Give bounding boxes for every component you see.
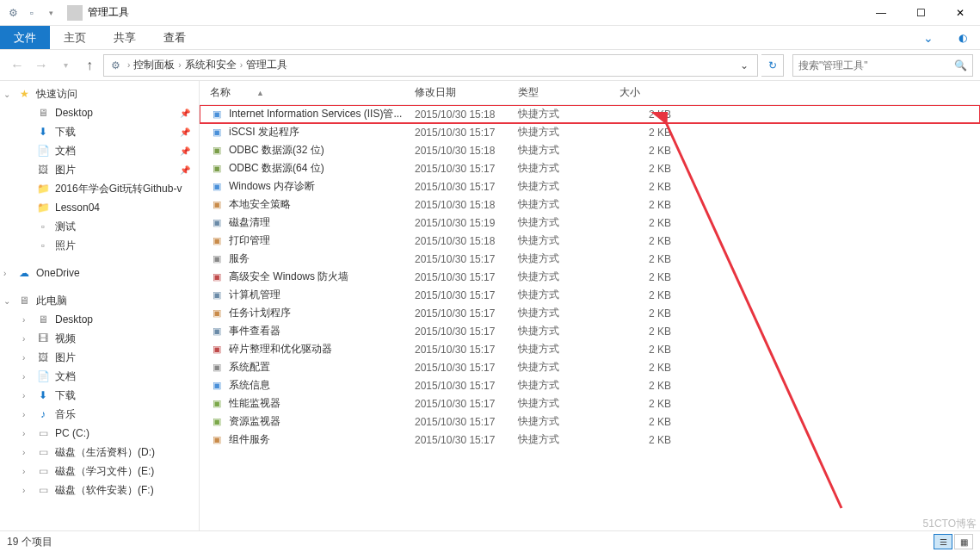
sidebar-item[interactable]: 🖼 图片📌 <box>0 160 199 179</box>
file-row[interactable]: ▣碎片整理和优化驱动器 2015/10/30 15:17 快捷方式 2 KB <box>200 340 980 358</box>
details-view-button[interactable]: ☰ <box>934 534 952 549</box>
file-row[interactable]: ▣打印管理 2015/10/30 15:18 快捷方式 2 KB <box>200 232 980 250</box>
ribbon: 文件 主页 共享 查看 ⌄ ◐ <box>0 26 980 50</box>
search-input[interactable] <box>798 59 954 71</box>
file-row[interactable]: ▣本地安全策略 2015/10/30 15:18 快捷方式 2 KB <box>200 195 980 214</box>
chevron-right-icon[interactable]: › <box>22 467 25 476</box>
sidebar-item[interactable]: › 🎞 视频 <box>0 329 199 348</box>
sidebar-item[interactable]: › 🖥 Desktop <box>0 310 199 329</box>
file-row[interactable]: ▣Internet Information Services (IIS)管...… <box>200 105 980 123</box>
thumbnails-view-button[interactable]: ▦ <box>954 534 973 549</box>
sidebar-item[interactable]: › ▭ 磁盘（学习文件）(E:) <box>0 462 199 481</box>
chevron-right-icon[interactable]: › <box>22 486 25 495</box>
file-size: 2 KB <box>619 199 697 211</box>
file-row[interactable]: ▣iSCSI 发起程序 2015/10/30 15:17 快捷方式 2 KB <box>200 123 980 141</box>
column-size[interactable]: 大小 <box>619 85 697 100</box>
sidebar-item[interactable]: ▫ 照片 <box>0 236 199 255</box>
help-icon[interactable]: ◐ <box>946 26 980 49</box>
refresh-button[interactable]: ↻ <box>761 54 784 77</box>
file-name: 事件查看器 <box>229 324 280 338</box>
qat-dropdown-icon[interactable]: ▾ <box>43 5 59 21</box>
properties-icon[interactable]: ⚙ <box>5 5 21 21</box>
chevron-right-icon[interactable]: › <box>22 429 25 438</box>
sidebar-item[interactable]: 📄 文档📌 <box>0 141 199 160</box>
back-button[interactable]: ← <box>7 55 28 76</box>
sidebar-item[interactable]: › 🖼 图片 <box>0 348 199 367</box>
view-tab[interactable]: 查看 <box>150 26 200 49</box>
chevron-down-icon[interactable]: ⌄ <box>3 90 10 99</box>
file-row[interactable]: ▣系统配置 2015/10/30 15:17 快捷方式 2 KB <box>200 358 980 376</box>
file-row[interactable]: ▣高级安全 Windows 防火墙 2015/10/30 15:17 快捷方式 … <box>200 268 980 286</box>
sidebar-item[interactable]: 📁 Lesson04 <box>0 198 199 217</box>
maximize-button[interactable]: ☐ <box>901 0 940 26</box>
chevron-right-icon[interactable]: › <box>22 334 25 344</box>
file-row[interactable]: ▣组件服务 2015/10/30 15:17 快捷方式 2 KB <box>200 431 980 449</box>
chevron-right-icon[interactable]: › <box>22 448 25 457</box>
pc-icon: 🖥 <box>17 294 31 307</box>
file-type: 快捷方式 <box>518 378 619 393</box>
file-row[interactable]: ▣服务 2015/10/30 15:17 快捷方式 2 KB <box>200 250 980 268</box>
sidebar-item[interactable]: › ▭ PC (C:) <box>0 424 199 443</box>
onedrive[interactable]: › ☁ OneDrive <box>0 264 199 282</box>
sidebar-item[interactable]: › ▭ 磁盘（软件安装）(F:) <box>0 481 199 499</box>
breadcrumb-seg[interactable]: 管理工具 <box>246 58 287 72</box>
share-tab[interactable]: 共享 <box>100 26 150 49</box>
file-row[interactable]: ▣任务计划程序 2015/10/30 15:17 快捷方式 2 KB <box>200 304 980 322</box>
chevron-down-icon[interactable]: ⌄ <box>3 296 10 306</box>
file-row[interactable]: ▣Windows 内存诊断 2015/10/30 15:17 快捷方式 2 KB <box>200 177 980 195</box>
chevron-right-icon[interactable]: › <box>22 391 25 400</box>
column-name[interactable]: 名称▲ <box>200 85 415 100</box>
breadcrumb[interactable]: ⚙ › 控制面板 › 系统和安全 › 管理工具 ⌄ <box>103 54 758 77</box>
file-row[interactable]: ▣ODBC 数据源(32 位) 2015/10/30 15:18 快捷方式 2 … <box>200 141 980 159</box>
recent-dropdown-icon[interactable]: ▾ <box>55 55 76 76</box>
file-row[interactable]: ▣性能监视器 2015/10/30 15:17 快捷方式 2 KB <box>200 394 980 412</box>
file-row[interactable]: ▣事件查看器 2015/10/30 15:17 快捷方式 2 KB <box>200 322 980 340</box>
up-button[interactable]: ↑ <box>79 55 100 76</box>
column-date[interactable]: 修改日期 <box>415 85 518 100</box>
forward-button[interactable]: → <box>31 55 52 76</box>
chevron-right-icon[interactable]: › <box>22 410 25 419</box>
sidebar-item[interactable]: 📁 2016年学会Git玩转Github-v <box>0 179 199 198</box>
chevron-right-icon[interactable]: › <box>22 372 25 381</box>
chevron-right-icon[interactable]: › <box>22 353 25 363</box>
file-name: Internet Information Services (IIS)管... <box>229 107 402 121</box>
breadcrumb-seg[interactable]: 控制面板 <box>133 58 175 72</box>
breadcrumb-seg[interactable]: 系统和安全 <box>185 58 237 72</box>
chevron-right-icon[interactable]: › <box>22 315 25 325</box>
file-row[interactable]: ▣磁盘清理 2015/10/30 15:19 快捷方式 2 KB <box>200 214 980 232</box>
expand-ribbon-icon[interactable]: ⌄ <box>911 26 946 49</box>
sidebar-item[interactable]: ⬇ 下载📌 <box>0 122 199 141</box>
sidebar-item[interactable]: ▫ 测试 <box>0 217 199 236</box>
file-name: 计算机管理 <box>229 288 280 302</box>
navigation-pane[interactable]: ⌄ ★ 快速访问 🖥 Desktop📌 ⬇ 下载📌 📄 文档📌 🖼 图片📌 📁 … <box>0 81 200 530</box>
home-tab[interactable]: 主页 <box>50 26 100 49</box>
desktop-icon: 🖥 <box>36 313 50 326</box>
search-icon[interactable]: 🔍 <box>954 59 967 71</box>
file-type: 快捷方式 <box>518 306 619 320</box>
file-tab[interactable]: 文件 <box>0 26 50 49</box>
this-pc[interactable]: ⌄ 🖥 此电脑 <box>0 291 199 310</box>
sidebar-item[interactable]: › ▭ 磁盘（生活资料）(D:) <box>0 443 199 462</box>
sidebar-item[interactable]: › ⬇ 下载 <box>0 386 199 405</box>
quick-access[interactable]: ⌄ ★ 快速访问 <box>0 84 199 103</box>
search-box[interactable]: 🔍 <box>792 54 973 77</box>
chevron-right-icon: › <box>240 60 243 70</box>
sidebar-item[interactable]: › 📄 文档 <box>0 367 199 386</box>
chevron-right-icon[interactable]: › <box>3 269 6 278</box>
file-row[interactable]: ▣ODBC 数据源(64 位) 2015/10/30 15:17 快捷方式 2 … <box>200 159 980 177</box>
file-list[interactable]: ▣Internet Information Services (IIS)管...… <box>200 105 980 530</box>
file-name: 碎片整理和优化驱动器 <box>229 342 332 357</box>
file-row[interactable]: ▣系统信息 2015/10/30 15:17 快捷方式 2 KB <box>200 376 980 394</box>
file-row[interactable]: ▣计算机管理 2015/10/30 15:17 快捷方式 2 KB <box>200 286 980 304</box>
new-folder-icon[interactable]: ▫ <box>24 5 40 21</box>
file-type: 快捷方式 <box>518 161 619 176</box>
breadcrumb-dropdown-icon[interactable]: ⌄ <box>735 59 754 71</box>
minimize-button[interactable]: — <box>861 0 901 26</box>
sidebar-item[interactable]: › ♪ 音乐 <box>0 405 199 424</box>
sidebar-item[interactable]: 🖥 Desktop📌 <box>0 103 199 122</box>
column-type[interactable]: 类型 <box>518 85 619 100</box>
file-row[interactable]: ▣资源监视器 2015/10/30 15:17 快捷方式 2 KB <box>200 412 980 431</box>
chevron-right-icon: › <box>178 60 181 70</box>
close-button[interactable]: ✕ <box>940 0 980 26</box>
shortcut-icon: ▣ <box>210 180 224 194</box>
